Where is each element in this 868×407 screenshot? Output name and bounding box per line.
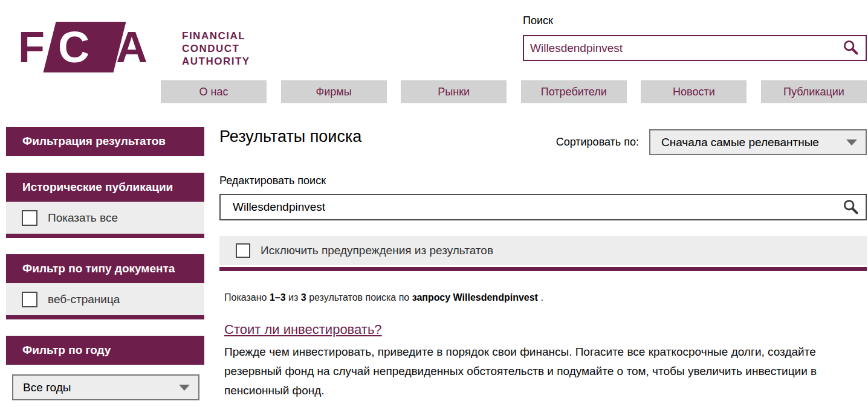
result-title-link[interactable]: Стоит ли инвестировать? [224,322,382,338]
header-search-input[interactable] [524,36,866,60]
sidebar-historical-header: Исторические публикации [6,173,204,202]
summary-shown: Показано [224,292,267,303]
sort-select[interactable]: Сначала самые релевантные [649,129,867,155]
chevron-down-icon [179,385,190,391]
nav-item-about[interactable]: О нас [161,80,267,103]
fca-logo[interactable]: F C A FINANCIAL CONDUCT AUTHORITY [18,22,250,72]
fca-logo-line3: AUTHORITY [182,55,250,68]
header-search-label: Поиск [523,14,867,27]
header-search-box [523,35,867,61]
nav-item-markets[interactable]: Рынки [401,80,507,103]
fca-logo-line1: FINANCIAL [182,30,250,42]
sidebar-year-header: Фильтр по году [6,336,204,365]
sidebar-doctype-header: Фильтр по типу документа [6,254,204,283]
edit-search-button[interactable] [839,195,862,219]
fca-logo-letter-a: A [116,22,147,72]
fca-search-page: F C A FINANCIAL CONDUCT AUTHORITY Поиск [0,0,868,407]
result-description: Прежде чем инвестировать, приведите в по… [224,342,867,400]
summary-query: запросу Willesdendpinvest [412,292,538,303]
summary-range: 1–3 [270,292,286,303]
sidebar-divider-bar [6,234,204,238]
search-icon [842,198,859,217]
header-search-button[interactable] [839,36,862,60]
nav-item-consumers[interactable]: Потребители [521,80,627,103]
show-all-checkbox[interactable] [22,210,37,226]
sidebar-historical-row: Показать все [6,202,204,234]
chevron-down-icon [846,139,857,146]
sidebar-divider-bar [6,315,204,319]
nav-item-news[interactable]: Новости [641,80,747,103]
webpage-checkbox[interactable] [22,292,37,307]
fca-logo-letter-f: F [18,22,45,72]
fca-logo-letter-c: C [58,22,89,72]
sidebar-section-year: Фильтр по году Все годы [6,336,204,400]
sidebar-section-historical: Исторические публикации Показать все [6,173,204,238]
exclude-warnings-label: Исключить предупреждения из результатов [261,244,493,257]
year-select-value: Все годы [23,381,71,394]
results-summary: Показано 1–3 из 3 результатов поиска по … [224,292,543,303]
content-divider-bar [219,267,867,271]
edit-search-box [219,194,867,220]
exclude-warnings-checkbox[interactable] [236,243,250,258]
sort-controls: Сортировать по: Сначала самые релевантны… [556,129,867,155]
page-title: Результаты поиска [219,127,361,146]
edit-search-label: Редактировать поиск [219,175,326,187]
search-icon [842,39,859,57]
fca-logo-line2: CONDUCT [182,42,250,55]
nav-item-firms[interactable]: Фирмы [281,80,387,103]
exclude-warnings-row: Исключить предупреждения из результатов [219,236,867,265]
search-results-main: Результаты поиска Сортировать по: Сначал… [219,127,867,407]
sidebar-filter-results-header: Фильтрация результатов [6,127,204,156]
summary-text: результатов поиска по [309,292,409,303]
webpage-checkbox-label: веб-страница [48,293,120,306]
summary-total: 3 [301,292,306,303]
summary-of: из [288,292,298,303]
sort-select-value: Сначала самые релевантные [661,136,819,149]
fca-logo-wordmark: FINANCIAL CONDUCT AUTHORITY [182,22,250,68]
nav-item-publications[interactable]: Публикации [761,80,867,103]
filters-sidebar: Фильтрация результатов Исторические публ… [6,127,204,400]
fca-logo-mark: F C A [18,22,166,72]
year-select[interactable]: Все годы [12,374,199,400]
summary-period: . [540,292,543,303]
edit-search-input[interactable] [221,195,866,219]
primary-nav: О нас Фирмы Рынки Потребители Новости Пу… [161,80,867,103]
show-all-checkbox-label: Показать все [48,211,118,225]
sidebar-doctype-row: веб-страница [6,283,204,315]
sidebar-year-select-wrap: Все годы [6,365,204,400]
header-search: Поиск [523,14,867,61]
sort-label: Сортировать по: [556,136,639,149]
sidebar-section-doctype: Фильтр по типу документа веб-страница [6,254,204,319]
